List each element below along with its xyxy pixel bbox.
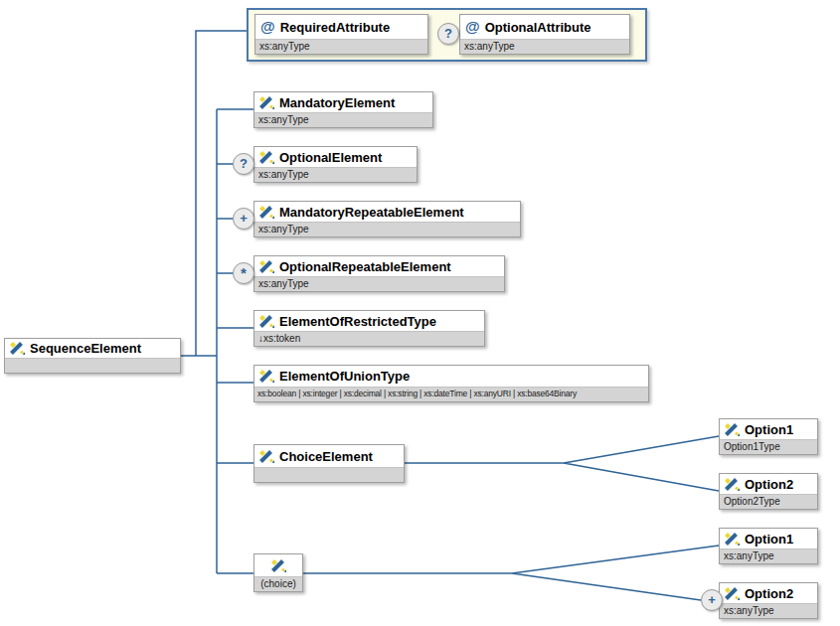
element-icon <box>259 260 274 273</box>
element-icon <box>259 370 274 383</box>
attribute-icon: @ <box>260 20 275 34</box>
element-node-element-of-restricted-type[interactable]: ElementOfRestrictedType ↓xs:token <box>253 310 485 347</box>
element-icon <box>10 342 25 355</box>
occurrence-optional-badge: ? <box>233 153 254 175</box>
element-name: Option2 <box>745 477 793 492</box>
element-type: xs:anyType <box>254 167 417 182</box>
element-node-group-option2[interactable]: Option2 xs:anyType <box>719 582 818 619</box>
element-type <box>254 467 404 482</box>
element-node-group-option1[interactable]: Option1 xs:anyType <box>719 528 818 564</box>
element-type: ↓xs:token <box>254 331 484 346</box>
element-type: xs:anyType <box>720 603 817 618</box>
element-icon <box>725 478 740 491</box>
attribute-name: OptionalAttribute <box>485 20 591 35</box>
choice-label: (choice) <box>254 576 302 591</box>
attribute-name: RequiredAttribute <box>280 20 391 35</box>
attribute-node-optional-attribute[interactable]: @ OptionalAttribute xs:anyType <box>459 14 630 55</box>
attribute-icon: @ <box>465 20 480 34</box>
occurrence-optional-repeat-badge: * <box>233 262 254 284</box>
element-name: OptionalElement <box>279 150 382 165</box>
element-type: xs:anyType <box>254 112 432 127</box>
element-node-mandatory-element[interactable]: MandatoryElement xs:anyType <box>253 91 433 128</box>
element-name: Option1 <box>745 422 793 437</box>
element-icon <box>259 450 274 463</box>
element-icon <box>259 315 274 328</box>
element-icon <box>259 151 274 164</box>
element-name: ChoiceElement <box>279 449 373 464</box>
element-type: Option2Type <box>720 494 817 509</box>
element-name: SequenceElement <box>30 341 141 356</box>
attribute-type: xs:anyType <box>255 39 427 54</box>
element-type: xs:boolean | xs:integer | xs:decimal | x… <box>254 387 648 401</box>
attribute-node-required-attribute[interactable]: @ RequiredAttribute xs:anyType <box>254 14 428 55</box>
element-node-mandatory-repeatable-element[interactable]: MandatoryRepeatableElement xs:anyType <box>253 201 521 237</box>
schema-diagram-canvas: { "diagram": { "root": { "name": "Sequen… <box>0 0 840 626</box>
element-name: OptionalRepeatableElement <box>279 259 451 274</box>
element-name: ElementOfUnionType <box>279 369 410 384</box>
element-node-optional-element[interactable]: OptionalElement xs:anyType <box>253 146 418 183</box>
element-type: xs:anyType <box>720 548 817 563</box>
element-name: Option1 <box>745 532 793 547</box>
element-node-choice-option1[interactable]: Option1 Option1Type <box>719 418 818 455</box>
element-icon <box>259 206 274 219</box>
element-type: Option1Type <box>720 439 817 454</box>
occurrence-repeat-badge: + <box>233 208 254 230</box>
element-name: Option2 <box>745 586 793 601</box>
element-name: ElementOfRestrictedType <box>279 314 436 329</box>
element-node-choice-option2[interactable]: Option2 Option2Type <box>719 473 818 510</box>
element-node-choice-element[interactable]: ChoiceElement <box>253 444 405 483</box>
element-node-element-of-union-type[interactable]: ElementOfUnionType xs:boolean | xs:integ… <box>253 365 649 402</box>
choice-icon <box>271 559 286 572</box>
element-node-sequence-element[interactable]: SequenceElement <box>4 338 181 374</box>
element-name: MandatoryElement <box>279 95 395 110</box>
element-type: xs:anyType <box>254 222 520 236</box>
element-type: xs:anyType <box>254 276 504 291</box>
element-icon <box>725 533 740 546</box>
element-icon <box>725 423 740 436</box>
element-node-optional-repeatable-element[interactable]: OptionalRepeatableElement xs:anyType <box>253 255 505 292</box>
element-name: MandatoryRepeatableElement <box>279 205 464 220</box>
attribute-type: xs:anyType <box>460 39 629 54</box>
element-type <box>5 358 180 373</box>
element-icon <box>725 587 740 600</box>
occurrence-repeat-badge: + <box>701 589 723 611</box>
occurrence-optional-badge: ? <box>437 23 459 45</box>
element-icon <box>259 96 274 109</box>
choice-compositor-node[interactable]: (choice) <box>253 553 303 592</box>
